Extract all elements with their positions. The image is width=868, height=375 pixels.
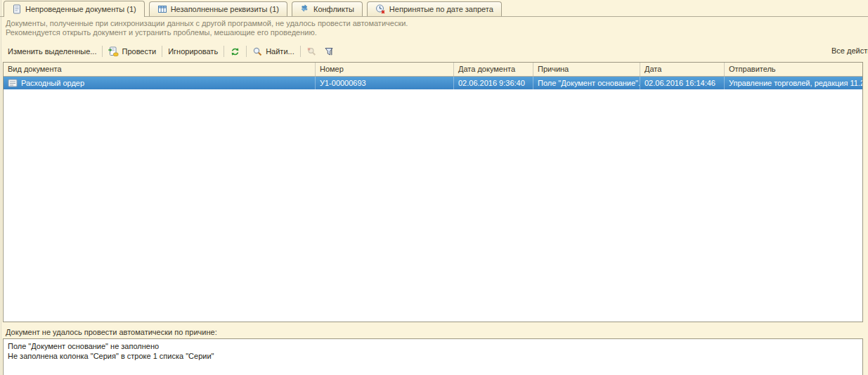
toolbar-separator bbox=[224, 46, 224, 57]
tab-label: Непроведенные документы (1) bbox=[25, 5, 136, 13]
sync-arrows-icon bbox=[300, 4, 310, 14]
ignore-button[interactable]: Игнорировать bbox=[164, 45, 221, 58]
documents-table: Вид документа Номер Дата документа Причи… bbox=[3, 62, 863, 322]
cell-date: 02.06.2016 16:14:46 bbox=[640, 77, 725, 89]
tab-conflicts[interactable]: Конфликты bbox=[292, 1, 363, 16]
table-row[interactable]: Расходный ордер У1-00000693 02.06.2016 9… bbox=[4, 77, 862, 89]
description-line-1: Документы, полученные при синхронизации … bbox=[6, 19, 860, 28]
reason-label: Документ не удалось провести автоматичес… bbox=[6, 328, 217, 336]
cell-doc-date: 02.06.2016 9:36:40 bbox=[454, 77, 533, 89]
toolbar: Изменить выделенные... Провести Игнориро… bbox=[4, 43, 338, 60]
tab-rejected-by-date[interactable]: Непринятые по дате запрета bbox=[367, 1, 502, 16]
table-header: Вид документа Номер Дата документа Причи… bbox=[4, 63, 862, 77]
toolbar-separator bbox=[102, 46, 103, 57]
column-header-doc-date[interactable]: Дата документа bbox=[454, 63, 533, 76]
tab-label: Конфликты bbox=[313, 5, 354, 13]
tab-label: Незаполненные реквизиты (1) bbox=[171, 5, 279, 13]
reason-line-1: Поле "Документ основание" не заполнено bbox=[8, 341, 858, 351]
column-header-reason[interactable]: Причина bbox=[533, 63, 640, 76]
toolbar-separator bbox=[300, 46, 301, 57]
magnifier-cancel-icon bbox=[306, 46, 317, 57]
tab-unposted-documents[interactable]: Непроведенные документы (1) bbox=[4, 1, 145, 17]
tab-label: Непринятые по дате запрета bbox=[389, 5, 493, 13]
change-selected-button[interactable]: Изменить выделенные... bbox=[4, 45, 100, 58]
magnifier-icon bbox=[252, 46, 263, 57]
configure-list-button[interactable] bbox=[320, 44, 338, 59]
sync-warnings-window: Непроведенные документы (1) Незаполненны… bbox=[0, 0, 868, 375]
window-left-edge bbox=[1, 0, 1, 375]
table-icon bbox=[157, 4, 167, 14]
all-actions-button[interactable]: Все действия bbox=[831, 46, 868, 55]
column-header-date[interactable]: Дата bbox=[640, 63, 725, 76]
column-header-doc-type[interactable]: Вид документа bbox=[4, 63, 316, 76]
clock-denied-icon bbox=[375, 4, 386, 14]
tab-bar: Непроведенные документы (1) Незаполненны… bbox=[0, 0, 868, 17]
filter-settings-icon bbox=[324, 46, 335, 57]
document-row-icon bbox=[8, 79, 18, 87]
cell-doc-type: Расходный ордер bbox=[4, 77, 316, 89]
toolbar-separator bbox=[162, 46, 162, 57]
column-header-number[interactable]: Номер bbox=[316, 63, 454, 76]
cell-sender: Управление торговлей, редакция 11.2 bbox=[725, 77, 862, 89]
description-text: Документы, полученные при синхронизации … bbox=[6, 19, 860, 37]
post-button[interactable]: Провести bbox=[105, 44, 160, 59]
cell-number: У1-00000693 bbox=[316, 77, 454, 89]
toolbar-separator bbox=[246, 46, 247, 57]
refresh-button[interactable] bbox=[226, 44, 244, 59]
cell-reason: Поле "Документ основание"... bbox=[533, 77, 640, 89]
column-header-sender[interactable]: Отправитель bbox=[725, 63, 862, 76]
document-icon bbox=[12, 4, 22, 14]
tab-unfilled-attributes[interactable]: Незаполненные реквизиты (1) bbox=[149, 1, 287, 16]
table-empty-area bbox=[4, 89, 862, 322]
find-button[interactable]: Найти... bbox=[249, 44, 298, 59]
reason-line-2: Не заполнена колонка "Серия" в строке 1 … bbox=[8, 351, 858, 361]
refresh-icon bbox=[230, 46, 240, 57]
description-line-2: Рекомендуется открыть документ и устрани… bbox=[6, 28, 860, 37]
reason-text-field[interactable]: Поле "Документ основание" не заполнено Н… bbox=[3, 338, 863, 375]
post-document-icon bbox=[108, 46, 119, 57]
cancel-find-button[interactable] bbox=[303, 44, 320, 59]
